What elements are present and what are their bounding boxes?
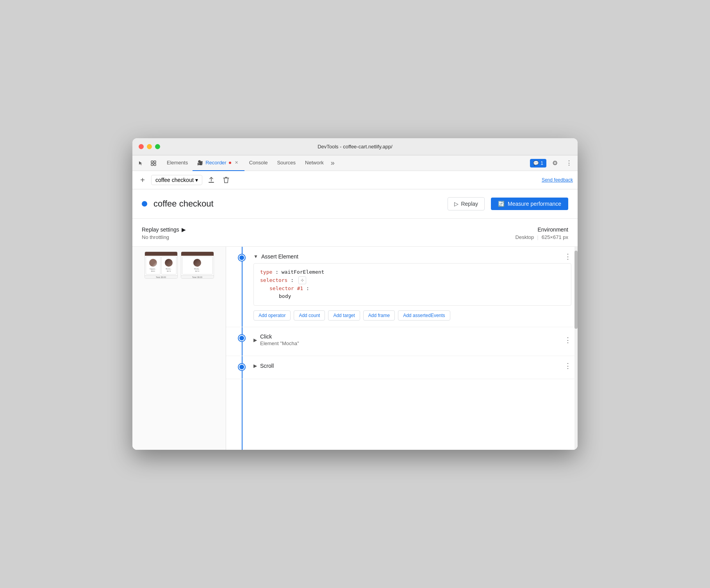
recording-title: coffee checkout — [153, 199, 441, 209]
chat-icon: 💬 — [533, 160, 539, 166]
settings-area: Replay settings ▶ No throttling Environm… — [132, 219, 578, 247]
minimize-button[interactable] — [147, 144, 152, 149]
recorder-icon: 🎥 — [197, 160, 203, 166]
tab-close-icon[interactable]: ✕ — [234, 160, 240, 166]
tab-bar-right: 💬 1 ⚙ ⋮ — [530, 158, 574, 169]
send-feedback-link[interactable]: Send feedback — [542, 177, 573, 183]
settings-icon-btn[interactable]: ⚙ — [549, 158, 560, 169]
add-operator-btn[interactable]: Add operator — [253, 310, 291, 321]
desktop-label: Desktop — [516, 234, 534, 240]
recording-status-dot — [142, 201, 147, 207]
thumbnail-1: Cappuc... $19.0 Mocha... $17.0 Total: $0… — [144, 251, 178, 279]
step-dot-3 — [239, 364, 245, 370]
replay-button[interactable]: ▷ Replay — [448, 197, 485, 210]
step-dot-2 — [239, 335, 245, 341]
thumbnail-panel: Cappuc... $19.0 Mocha... $17.0 Total: $0… — [132, 247, 226, 450]
step-3-expand-btn[interactable]: ▶ — [253, 363, 257, 369]
tab-console[interactable]: Console — [244, 155, 273, 171]
throttling-label: No throttling — [142, 234, 186, 240]
step-1-collapse-btn[interactable]: ▼ — [253, 254, 258, 259]
step-2-expand-btn[interactable]: ▶ — [253, 337, 257, 343]
step-1-header: ▼ Assert Element ⋮ — [253, 253, 571, 260]
step-1-actions: Add operator Add count Add target Add fr… — [253, 310, 571, 321]
tab-recorder[interactable]: 🎥 Recorder ✕ — [193, 155, 244, 171]
step-click: ▶ Click Element "Mocha" ⋮ — [226, 327, 578, 356]
selector-sub-val: body — [279, 293, 291, 299]
environment-info: Environment Desktop | 625×671 px — [516, 226, 568, 240]
add-recording-btn[interactable]: + — [137, 175, 148, 185]
devtools-window: DevTools - coffee-cart.netlify.app/ — [132, 138, 578, 450]
step-3-title: Scroll — [260, 363, 561, 369]
inspect-icon — [151, 160, 156, 166]
step-1-more-btn[interactable]: ⋮ — [564, 253, 571, 260]
tab-bar-left — [136, 158, 159, 169]
cursor-icon — [138, 160, 144, 166]
environment-title: Environment — [516, 226, 568, 233]
window-title: DevTools - coffee-cart.netlify.app/ — [318, 144, 392, 150]
close-button[interactable] — [139, 144, 144, 149]
delete-btn[interactable] — [220, 174, 232, 186]
tab-network[interactable]: Network — [300, 155, 328, 171]
step-3-header: ▶ Scroll ⋮ — [253, 362, 571, 369]
play-icon: ▷ — [454, 201, 458, 207]
svg-rect-0 — [151, 161, 153, 163]
selectors-key: selectors — [260, 277, 287, 283]
step-dot-1 — [239, 255, 245, 261]
env-separator: | — [537, 234, 538, 240]
step-2-header: ▶ Click Element "Mocha" ⋮ — [253, 333, 571, 346]
step-scroll: ▶ Scroll ⋮ — [226, 356, 578, 379]
recorder-toolbar: + coffee checkout ▾ Send feedback — [132, 171, 578, 189]
type-val: waitForElement — [282, 269, 325, 275]
tabs: Elements 🎥 Recorder ✕ Console Sources Ne… — [162, 155, 530, 171]
add-count-btn[interactable]: Add count — [294, 310, 325, 321]
step-1-title: Assert Element — [261, 253, 561, 260]
feedback-icon-btn[interactable]: 💬 1 — [530, 159, 546, 167]
step-2-title: Click — [260, 333, 561, 340]
recording-header: coffee checkout ▷ Replay 🔄 Measure perfo… — [132, 189, 578, 219]
svg-rect-4 — [209, 182, 214, 183]
resolution-label: 625×671 px — [542, 234, 568, 240]
tab-sources[interactable]: Sources — [272, 155, 300, 171]
svg-rect-2 — [151, 164, 153, 166]
measure-performance-button[interactable]: 🔄 Measure performance — [491, 198, 568, 210]
performance-icon: 🔄 — [498, 201, 505, 207]
thumbnail-2: Mocha... $17.0 Total: $0.00 — [181, 251, 214, 279]
upload-btn[interactable] — [205, 174, 217, 186]
add-target-btn[interactable]: Add target — [328, 310, 360, 321]
step-3-more-btn[interactable]: ⋮ — [564, 362, 571, 369]
devtools-content: Elements 🎥 Recorder ✕ Console Sources Ne… — [132, 155, 578, 450]
cursor-icon-btn[interactable] — [136, 158, 146, 169]
step-2-subtitle: Element "Mocha" — [260, 340, 561, 346]
maximize-button[interactable] — [155, 144, 160, 149]
upload-icon — [208, 176, 215, 184]
tab-bar: Elements 🎥 Recorder ✕ Console Sources Ne… — [132, 155, 578, 171]
recording-dot — [229, 162, 231, 164]
selector-icon[interactable]: ⊹ — [298, 276, 306, 284]
tab-elements[interactable]: Elements — [162, 155, 193, 171]
recording-name-dropdown[interactable]: coffee checkout ▾ — [151, 175, 202, 185]
chevron-right-icon: ▶ — [182, 226, 186, 233]
title-bar: DevTools - coffee-cart.netlify.app/ — [132, 138, 578, 155]
type-key: type — [260, 269, 272, 275]
svg-rect-1 — [154, 161, 156, 163]
environment-details: Desktop | 625×671 px — [516, 234, 568, 240]
scrollbar[interactable] — [574, 247, 578, 450]
step-2-more-btn[interactable]: ⋮ — [564, 337, 571, 344]
step-1-content: type : waitForElement selectors : ⊹ sele… — [253, 263, 571, 306]
replay-settings: Replay settings ▶ No throttling — [142, 226, 186, 240]
add-frame-btn[interactable]: Add frame — [363, 310, 395, 321]
steps-panel[interactable]: ▼ Assert Element ⋮ type : waitForElement… — [226, 247, 578, 450]
step-assert-element: ▼ Assert Element ⋮ type : waitForElement… — [226, 247, 578, 327]
steps-container: Cappuc... $19.0 Mocha... $17.0 Total: $0… — [132, 247, 578, 450]
inspect-icon-btn[interactable] — [148, 158, 159, 169]
more-options-icon-btn[interactable]: ⋮ — [564, 158, 574, 169]
more-tabs-btn[interactable]: » — [328, 159, 337, 167]
svg-rect-3 — [154, 164, 156, 166]
chevron-down-icon: ▾ — [195, 177, 198, 183]
replay-settings-title[interactable]: Replay settings ▶ — [142, 226, 186, 233]
selector-sub-key: selector #1 — [269, 285, 303, 291]
scrollbar-thumb[interactable] — [574, 251, 578, 329]
recording-name-label: coffee checkout — [155, 177, 194, 183]
add-asserted-events-btn[interactable]: Add assertedEvents — [398, 310, 450, 321]
delete-icon — [223, 176, 229, 184]
